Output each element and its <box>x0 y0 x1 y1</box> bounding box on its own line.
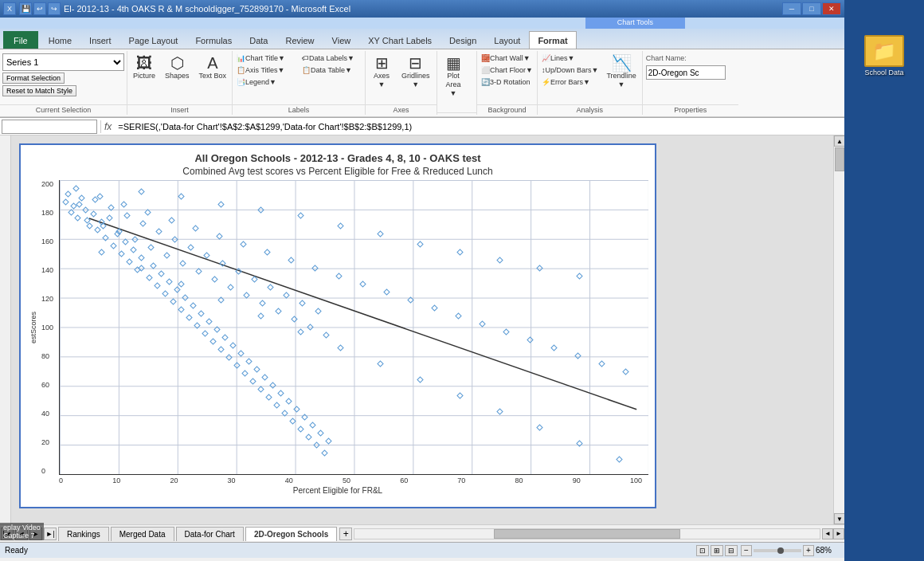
sheet-area: All Oregon Schools - 2012-13 - Grades 4,… <box>11 135 833 524</box>
chart-wall-icon: 🧱 <box>481 54 490 62</box>
error-bars-button[interactable]: ⚡ Error Bars ▼ <box>539 76 601 88</box>
status-text: Ready <box>5 546 28 555</box>
svg-rect-55 <box>282 410 288 416</box>
h-scroll-right[interactable]: ► <box>833 528 844 539</box>
scroll-up-button[interactable]: ▲ <box>834 135 845 147</box>
svg-rect-102 <box>121 202 127 207</box>
svg-rect-121 <box>575 353 581 359</box>
svg-rect-51 <box>266 394 272 400</box>
page-break-view-button[interactable]: ⊟ <box>725 545 738 556</box>
legend-button[interactable]: 📑 Legend ▼ <box>234 76 298 88</box>
svg-rect-18 <box>131 247 136 253</box>
tab-insert[interactable]: Insert <box>80 31 120 49</box>
zoom-out-button[interactable]: − <box>741 545 752 556</box>
lines-button[interactable]: 📈 Lines ▼ <box>539 53 601 64</box>
chart-wall-button[interactable]: 🧱 Chart Wall ▼ <box>479 53 535 64</box>
axis-titles-button[interactable]: 📋 Axis Titles ▼ <box>234 65 298 76</box>
current-selection-label: Current Selection <box>0 104 127 115</box>
close-button[interactable]: ✕ <box>822 2 841 15</box>
trendline-button[interactable]: 📉 Trendline ▼ <box>602 53 640 91</box>
svg-rect-13 <box>111 243 116 249</box>
horizontal-scrollbar[interactable] <box>354 528 820 539</box>
svg-rect-127 <box>258 207 264 213</box>
formula-input[interactable]: =SERIES(,'Data-for Chart'!$A$2:$A$1299,'… <box>115 120 843 134</box>
svg-rect-54 <box>278 390 284 396</box>
axes-group-label: Axes <box>366 104 437 115</box>
sheet-nav-last[interactable]: ►| <box>44 528 57 540</box>
data-labels-button[interactable]: 🏷 Data Labels ▼ <box>300 53 363 64</box>
zoom-slider[interactable] <box>754 549 801 552</box>
svg-rect-135 <box>577 273 582 279</box>
redo-icon[interactable]: ↪ <box>48 2 61 15</box>
svg-rect-30 <box>182 295 188 300</box>
series-dropdown[interactable]: Series 1 <box>2 53 124 71</box>
page-layout-view-button[interactable]: ⊞ <box>711 545 723 556</box>
axes-button[interactable]: ⊞ Axes ▼ <box>367 53 396 91</box>
restore-button[interactable]: □ <box>802 2 821 15</box>
school-data-icon[interactable]: 📁 School Data <box>861 32 907 80</box>
undo-icon[interactable]: ↩ <box>33 2 46 15</box>
sheet-tab-merged[interactable]: Merged Data <box>111 527 174 541</box>
plot-area-button[interactable]: ▦ Plot Area ▼ <box>439 53 468 100</box>
rotation-button[interactable]: 🔄 3-D Rotation <box>479 76 535 88</box>
svg-rect-5 <box>79 195 84 201</box>
sheet-tab-data-chart[interactable]: Data-for Chart <box>176 527 244 541</box>
shapes-button[interactable]: ⬡ Shapes <box>161 53 194 82</box>
name-box[interactable] <box>2 120 97 134</box>
svg-rect-9 <box>95 227 100 233</box>
svg-rect-32 <box>190 303 196 308</box>
zoom-slider-thumb[interactable] <box>777 547 784 554</box>
svg-rect-52 <box>270 382 276 388</box>
chart-floor-button[interactable]: ⬜ Chart Floor ▼ <box>479 65 535 76</box>
chart-name-input[interactable]: 2D-Oregon Sc <box>646 65 726 80</box>
text-box-button[interactable]: A Text Box <box>195 53 231 82</box>
data-table-button[interactable]: 📋 Data Table ▼ <box>300 65 363 76</box>
h-scroll-thumb[interactable] <box>494 529 680 539</box>
minimize-button[interactable]: ─ <box>782 2 801 15</box>
tab-page-layout[interactable]: Page Layout <box>120 31 187 49</box>
tab-design[interactable]: Design <box>440 31 485 49</box>
svg-rect-63 <box>314 442 319 448</box>
tab-xy-chart-labels[interactable]: XY Chart Labels <box>359 31 440 49</box>
tab-format[interactable]: Format <box>529 31 576 49</box>
chart-title-button[interactable]: 📊 Chart Title ▼ <box>234 53 298 64</box>
tab-data[interactable]: Data <box>241 31 276 49</box>
svg-rect-134 <box>537 265 542 271</box>
svg-rect-15 <box>119 251 124 257</box>
svg-rect-138 <box>178 281 184 287</box>
tab-layout[interactable]: Layout <box>485 31 529 49</box>
tab-view[interactable]: View <box>323 31 360 49</box>
sheet-tab-rankings[interactable]: Rankings <box>58 527 109 541</box>
tab-file[interactable]: File <box>3 31 38 49</box>
view-buttons: ⊡ ⊞ ⊟ <box>696 545 738 556</box>
normal-view-button[interactable]: ⊡ <box>696 545 709 556</box>
picture-button[interactable]: 🖼 Picture <box>129 53 159 82</box>
scroll-thumb[interactable] <box>835 147 844 171</box>
chart-container[interactable]: All Oregon Schools - 2012-13 - Grades 4,… <box>19 143 656 508</box>
svg-rect-78 <box>156 229 162 234</box>
svg-rect-149 <box>617 457 622 462</box>
vertical-scrollbar[interactable]: ▲ ▼ <box>833 135 844 524</box>
x-axis-labels: 0102030405060708090100 <box>59 477 642 484</box>
svg-rect-145 <box>457 393 463 398</box>
chart-title-icon: 📊 <box>237 54 245 62</box>
svg-rect-132 <box>457 249 463 255</box>
svg-rect-106 <box>217 233 222 239</box>
app-icon: X <box>3 2 16 15</box>
format-selection-button[interactable]: Format Selection <box>2 73 65 84</box>
h-scroll-left[interactable]: ◄ <box>822 528 833 539</box>
gridlines-button[interactable]: ⊟ Gridlines ▼ <box>397 53 434 91</box>
quick-save-icon[interactable]: 💾 <box>19 2 32 15</box>
lines-icon: 📈 <box>542 54 550 62</box>
reset-style-button[interactable]: Reset to Match Style <box>2 85 76 96</box>
tab-review[interactable]: Review <box>276 31 323 49</box>
tab-formulas[interactable]: Formulas <box>186 31 241 49</box>
zoom-in-button[interactable]: + <box>803 545 814 556</box>
up-down-bars-button[interactable]: ↕ Up/Down Bars ▼ <box>539 65 601 76</box>
svg-rect-141 <box>298 329 303 335</box>
tab-home[interactable]: Home <box>40 31 80 49</box>
scroll-down-button[interactable]: ▼ <box>834 513 845 524</box>
svg-rect-49 <box>258 386 264 392</box>
add-sheet-button[interactable]: + <box>339 528 352 540</box>
sheet-tab-oregon[interactable]: 2D-Oregon Schools <box>245 527 337 541</box>
